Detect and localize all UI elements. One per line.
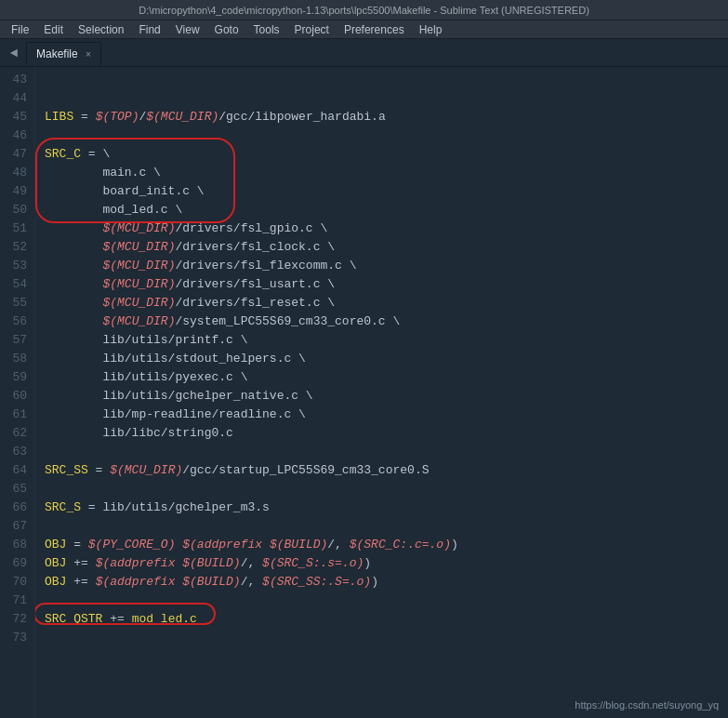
editor: 4344454647484950515253545556575859606162… (0, 67, 728, 718)
code-line-63 (45, 443, 728, 461)
code-line-73 (45, 629, 728, 647)
menu-goto[interactable]: Goto (207, 20, 246, 38)
menu-bar: File Edit Selection Find View Goto Tools… (0, 20, 728, 39)
code-line-49: board_init.c \ (45, 182, 728, 201)
menu-file[interactable]: File (4, 20, 36, 38)
menu-project[interactable]: Project (287, 20, 337, 38)
code-line-45: LIBS = $(TOP)/$(MCU_DIR)/gcc/libpower_ha… (45, 108, 728, 126)
code-line-54: $(MCU_DIR)/drivers/fsl_usart.c \ (45, 275, 728, 294)
code-line-52: $(MCU_DIR)/drivers/fsl_clock.c \ (45, 238, 728, 257)
code-line-53: $(MCU_DIR)/drivers/fsl_flexcomm.c \ (45, 257, 728, 275)
code-line-71 (45, 592, 728, 610)
tab-close-button[interactable]: × (86, 48, 91, 60)
code-line-50: mod_led.c \ (45, 201, 728, 219)
code-line-67 (45, 517, 728, 536)
code-line-46 (45, 126, 728, 145)
watermark: https://blog.csdn.net/suyong_yq (575, 699, 719, 711)
code-line-57: lib/utils/printf.c \ (45, 331, 728, 350)
code-line-43 (45, 71, 728, 89)
code-line-64: SRC_SS = $(MCU_DIR)/gcc/startup_LPC55S69… (45, 461, 728, 480)
title-bar: D:\micropython\4_code\micropython-1.13\p… (0, 0, 728, 20)
code-line-55: $(MCU_DIR)/drivers/fsl_reset.c \ (45, 294, 728, 312)
code-content[interactable]: LIBS = $(TOP)/$(MCU_DIR)/gcc/libpower_ha… (35, 67, 728, 718)
tab-label: Makefile (36, 47, 78, 60)
code-line-69: OBJ += $(addprefix $(BUILD)/, $(SRC_S:.s… (45, 554, 728, 573)
code-line-59: lib/utils/pyexec.c \ (45, 368, 728, 387)
code-line-58: lib/utils/stdout_helpers.c \ (45, 350, 728, 368)
menu-selection[interactable]: Selection (71, 20, 131, 38)
menu-edit[interactable]: Edit (36, 20, 71, 38)
code-line-72: SRC_QSTR += mod_led.c (45, 610, 728, 629)
code-line-62: lib/libc/string0.c (45, 424, 728, 443)
tab-bar: ◄ Makefile × (0, 39, 728, 67)
code-line-56: $(MCU_DIR)/system_LPC55S69_cm33_core0.c … (45, 312, 728, 331)
menu-view[interactable]: View (168, 20, 207, 38)
code-line-65 (45, 480, 728, 499)
makefile-tab[interactable]: Makefile × (26, 42, 101, 66)
menu-tools[interactable]: Tools (246, 20, 287, 38)
menu-help[interactable]: Help (412, 20, 450, 38)
code-line-48: main.c \ (45, 164, 728, 182)
code-line-44 (45, 89, 728, 108)
title-text: D:\micropython\4_code\micropython-1.13\p… (7, 5, 721, 16)
code-line-60: lib/utils/gchelper_native.c \ (45, 387, 728, 406)
code-line-61: lib/mp-readline/readline.c \ (45, 406, 728, 424)
code-line-70: OBJ += $(addprefix $(BUILD)/, $(SRC_SS:.… (45, 573, 728, 592)
menu-preferences[interactable]: Preferences (337, 20, 412, 38)
code-line-68: OBJ = $(PY_CORE_O) $(addprefix $(BUILD)/… (45, 536, 728, 554)
code-line-47: SRC_C = \ (45, 145, 728, 164)
line-numbers: 4344454647484950515253545556575859606162… (0, 67, 35, 718)
menu-find[interactable]: Find (131, 20, 167, 38)
code-line-51: $(MCU_DIR)/drivers/fsl_gpio.c \ (45, 219, 728, 238)
code-line-66: SRC_S = lib/utils/gchelper_m3.s (45, 499, 728, 517)
tab-nav-left[interactable]: ◄ (4, 43, 24, 63)
